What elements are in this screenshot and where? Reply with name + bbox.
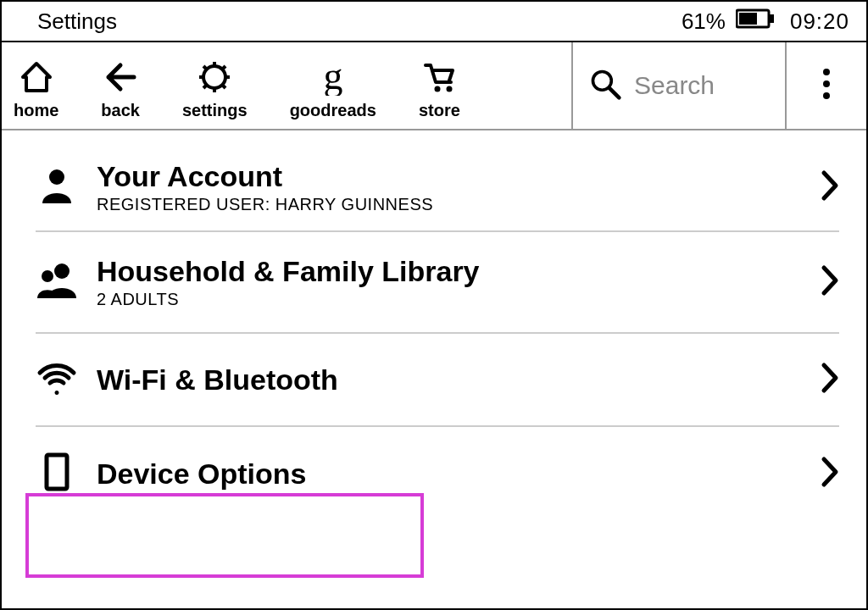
- wifi-icon: [36, 357, 78, 402]
- cart-icon: [420, 58, 458, 99]
- search-input[interactable]: Search: [571, 42, 785, 129]
- svg-point-13: [435, 86, 441, 92]
- svg-point-21: [54, 263, 70, 279]
- clock: 09:20: [790, 8, 849, 35]
- svg-point-17: [823, 69, 830, 75]
- svg-point-18: [823, 80, 830, 87]
- chevron-right-icon: [821, 190, 839, 204]
- svg-line-9: [223, 86, 226, 89]
- tablet-icon: [36, 451, 78, 496]
- goodreads-icon: g: [314, 58, 352, 99]
- toolbar: home back settings g goodreads store Sea…: [2, 41, 866, 130]
- account-title: Your Account: [97, 160, 821, 193]
- settings-row-household[interactable]: Household & Family Library 2 ADULTS: [36, 232, 839, 334]
- svg-text:g: g: [323, 58, 342, 96]
- svg-line-11: [223, 66, 226, 69]
- account-subtitle: REGISTERED USER: HARRY GUINNESS: [97, 195, 821, 214]
- search-icon: [588, 67, 622, 104]
- svg-point-20: [49, 169, 64, 185]
- chevron-right-icon: [821, 285, 839, 299]
- svg-point-22: [42, 270, 53, 282]
- store-button[interactable]: store: [419, 58, 460, 120]
- svg-rect-23: [47, 455, 67, 489]
- settings-button[interactable]: settings: [182, 58, 248, 120]
- household-title: Household & Family Library: [97, 255, 821, 288]
- household-subtitle: 2 ADULTS: [97, 290, 821, 309]
- settings-row-wifi[interactable]: Wi-Fi & Bluetooth: [36, 334, 839, 427]
- svg-point-14: [447, 86, 453, 92]
- svg-line-16: [609, 88, 620, 98]
- battery-percent: 61%: [682, 8, 726, 35]
- page-title: Settings: [37, 8, 671, 35]
- chevron-right-icon: [821, 382, 839, 396]
- wifi-title: Wi-Fi & Bluetooth: [97, 363, 821, 396]
- home-icon: [18, 58, 55, 99]
- overflow-menu-button[interactable]: [785, 42, 866, 129]
- people-icon: [36, 259, 78, 305]
- svg-rect-2: [739, 13, 757, 25]
- back-button[interactable]: back: [101, 58, 140, 120]
- person-icon: [36, 164, 78, 210]
- kebab-icon: [822, 65, 831, 106]
- svg-line-10: [203, 86, 207, 89]
- settings-row-account[interactable]: Your Account REGISTERED USER: HARRY GUIN…: [36, 130, 839, 232]
- status-bar: Settings 61% 09:20: [2, 2, 866, 41]
- device-options-title: Device Options: [97, 458, 821, 491]
- home-label: home: [14, 101, 58, 120]
- back-arrow-icon: [102, 58, 139, 99]
- svg-rect-1: [770, 14, 774, 23]
- settings-list: Your Account REGISTERED USER: HARRY GUIN…: [2, 130, 866, 520]
- settings-row-device-options[interactable]: Device Options: [36, 427, 839, 520]
- goodreads-button[interactable]: g goodreads: [290, 58, 376, 120]
- search-placeholder: Search: [634, 71, 715, 100]
- goodreads-label: goodreads: [290, 101, 376, 120]
- svg-point-3: [203, 66, 225, 88]
- svg-point-19: [823, 92, 830, 99]
- home-button[interactable]: home: [14, 58, 58, 120]
- gear-icon: [196, 58, 233, 99]
- store-label: store: [419, 101, 460, 120]
- svg-line-8: [203, 66, 207, 69]
- back-label: back: [101, 101, 140, 120]
- settings-label: settings: [182, 101, 248, 120]
- chevron-right-icon: [821, 476, 839, 491]
- battery-icon: [736, 8, 775, 35]
